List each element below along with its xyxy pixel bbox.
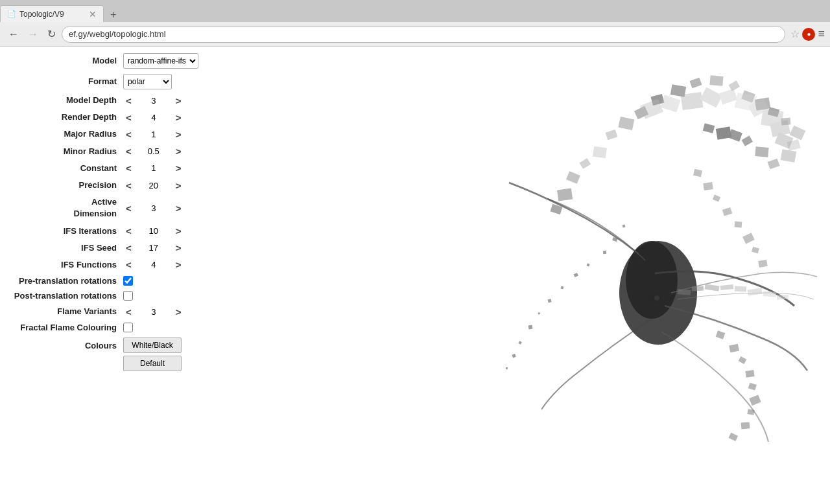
svg-rect-55 (747, 409, 754, 415)
svg-rect-56 (741, 422, 750, 429)
bookmark-button[interactable]: ☆ (790, 28, 800, 40)
post-translation-row: Post-translation rotations (13, 291, 227, 301)
model-label: Model (13, 55, 123, 67)
svg-rect-74 (735, 286, 746, 292)
constant-value: 1 (134, 163, 173, 173)
model-depth-increment[interactable]: > (173, 95, 184, 106)
ifs-seed-label: IFS Seed (13, 242, 123, 254)
svg-rect-4 (709, 75, 723, 86)
model-select[interactable]: random-affine-ifs cube sphere (123, 53, 198, 69)
colour-buttons: White/Black Default (123, 338, 182, 374)
minor-radius-label: Minor Radius (13, 146, 123, 157)
stop-button[interactable]: ● (802, 28, 815, 41)
flame-variants-value: 3 (134, 307, 173, 317)
svg-rect-71 (692, 286, 704, 292)
fractal-canvas[interactable] (240, 47, 830, 504)
ifs-functions-increment[interactable]: > (173, 259, 184, 270)
render-depth-decrement[interactable]: < (123, 112, 134, 123)
svg-rect-45 (735, 222, 742, 228)
controls-panel: Model random-affine-ifs cube sphere Form… (0, 47, 240, 504)
render-depth-row: Render Depth < 4 > (13, 111, 227, 123)
format-select[interactable]: polar cartesian (123, 74, 172, 89)
post-translation-label: Post-translation rotations (13, 291, 123, 301)
ifs-iterations-row: IFS Iterations < 10 > (13, 225, 227, 237)
major-radius-increment[interactable]: > (173, 129, 184, 140)
pre-translation-label: Pre-translation rotations (13, 276, 123, 286)
minor-radius-row: Minor Radius < 0.5 > (13, 146, 227, 157)
pre-translation-checkbox[interactable] (123, 276, 133, 286)
flame-variants-label: Flame Variants (13, 306, 123, 317)
constant-decrement[interactable]: < (123, 163, 134, 174)
svg-rect-38 (603, 251, 606, 254)
default-button[interactable]: Default (123, 356, 182, 371)
flame-variants-increment[interactable]: > (173, 306, 184, 317)
major-radius-decrement[interactable]: < (123, 129, 134, 140)
colours-row: Colours White/Black Default (13, 338, 227, 374)
ifs-functions-decrement[interactable]: < (123, 259, 134, 270)
minor-radius-decrement[interactable]: < (123, 146, 134, 157)
new-tab-button[interactable]: + (106, 8, 120, 22)
pre-translation-row: Pre-translation rotations (13, 276, 227, 286)
ifs-seed-increment[interactable]: > (173, 242, 184, 253)
fractal-flame-row: Fractal Flame Colouring (13, 323, 227, 332)
flame-variants-decrement[interactable]: < (123, 306, 134, 317)
svg-rect-22 (593, 146, 607, 159)
ifs-iterations-label: IFS Iterations (13, 225, 123, 237)
major-radius-value: 1 (134, 130, 173, 139)
constant-increment[interactable]: > (173, 163, 184, 174)
fractal-flame-label: Fractal Flame Colouring (13, 323, 123, 332)
colours-label: Colours (13, 338, 123, 352)
minor-radius-increment[interactable]: > (173, 146, 184, 157)
fractal-flame-checkbox[interactable] (123, 323, 133, 332)
minor-radius-value: 0.5 (134, 146, 173, 156)
model-depth-row: Model Depth < 3 > (13, 95, 227, 106)
major-radius-label: Major Radius (13, 128, 123, 140)
svg-rect-42 (703, 182, 713, 190)
address-bar[interactable] (62, 26, 785, 43)
tab-icon: 📄 (7, 10, 16, 18)
back-button[interactable]: ← (5, 27, 22, 41)
svg-rect-14 (755, 146, 768, 157)
active-tab[interactable]: 📄 Topologic/V9 ✕ (0, 5, 104, 22)
format-label: Format (13, 76, 123, 87)
ifs-seed-value: 17 (134, 243, 173, 253)
major-radius-row: Major Radius < 1 > (13, 128, 227, 140)
precision-label: Precision (13, 179, 123, 191)
ifs-iterations-increment[interactable]: > (173, 225, 184, 236)
reload-button[interactable]: ↻ (44, 27, 59, 41)
render-depth-value: 4 (134, 113, 173, 122)
active-dimension-label: Active Dimension (13, 196, 123, 220)
render-depth-label: Render Depth (13, 111, 123, 123)
active-dimension-decrement[interactable]: < (123, 203, 134, 214)
render-depth-increment[interactable]: > (173, 112, 184, 123)
menu-button[interactable]: ≡ (818, 27, 825, 41)
svg-rect-32 (528, 325, 533, 330)
canvas-area[interactable] (240, 47, 830, 504)
tab-close-button[interactable]: ✕ (89, 9, 97, 19)
forward-button[interactable]: → (25, 27, 42, 41)
svg-rect-35 (506, 367, 508, 369)
svg-rect-25 (557, 189, 573, 201)
ifs-functions-label: IFS Functions (13, 259, 123, 271)
constant-label: Constant (13, 163, 123, 174)
precision-decrement[interactable]: < (123, 180, 134, 191)
precision-increment[interactable]: > (173, 180, 184, 191)
precision-row: Precision < 20 > (13, 179, 227, 191)
model-depth-label: Model Depth (13, 95, 123, 106)
svg-point-69 (654, 295, 659, 301)
svg-rect-77 (777, 295, 788, 300)
post-translation-checkbox[interactable] (123, 291, 133, 301)
svg-rect-60 (680, 92, 703, 110)
ifs-functions-value: 4 (134, 260, 173, 269)
precision-value: 20 (134, 181, 173, 190)
ifs-iterations-value: 10 (134, 226, 173, 236)
svg-rect-52 (745, 370, 754, 378)
active-dimension-value: 3 (134, 203, 173, 213)
model-depth-decrement[interactable]: < (123, 95, 134, 106)
ifs-seed-decrement[interactable]: < (123, 242, 134, 253)
white-black-button[interactable]: White/Black (123, 338, 182, 353)
active-dimension-increment[interactable]: > (173, 203, 184, 214)
flame-variants-row: Flame Variants < 3 > (13, 306, 227, 317)
ifs-iterations-decrement[interactable]: < (123, 225, 134, 236)
format-row: Format polar cartesian (13, 74, 227, 89)
